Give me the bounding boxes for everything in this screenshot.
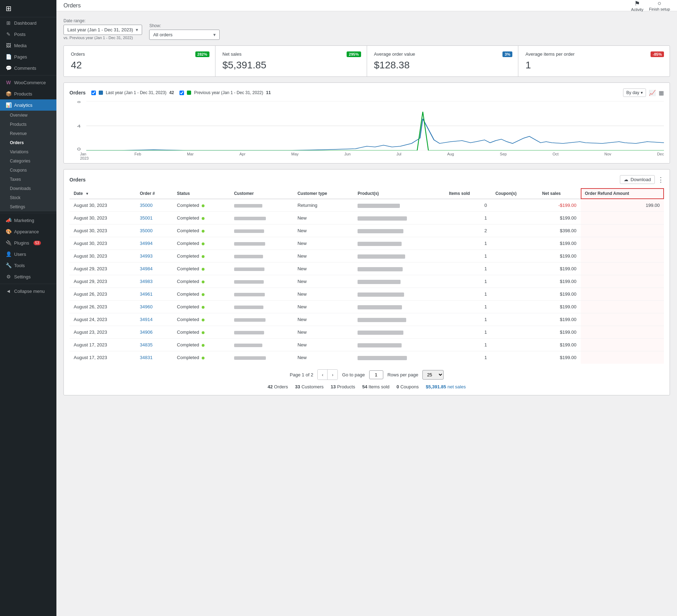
rows-per-page-select[interactable]: 25 50 100 [422, 370, 444, 380]
chart-legend-checkbox-1[interactable] [91, 91, 96, 95]
goto-label: Go to page [342, 372, 365, 377]
sidebar-item-plugins[interactable]: 🔌 Plugins 53 [0, 237, 56, 248]
order-link[interactable]: 34994 [140, 241, 152, 246]
order-link[interactable]: 34906 [140, 329, 152, 335]
cell-date: August 29, 2023 [69, 275, 135, 288]
sidebar-item-categories[interactable]: Categories [0, 156, 56, 166]
page-input[interactable] [369, 370, 383, 379]
customer-bar [234, 267, 264, 271]
order-link[interactable]: 35000 [140, 228, 152, 233]
status-dot [202, 344, 205, 347]
sidebar-item-appearance[interactable]: 🎨 Appearance [0, 226, 56, 237]
cell-items-sold: 1 [445, 351, 491, 364]
chart-period-select[interactable]: By day ▾ [623, 88, 646, 97]
sidebar-item-collapse[interactable]: ◄ Collapse menu [0, 285, 56, 297]
show-value: All orders [153, 32, 172, 37]
order-link[interactable]: 34835 [140, 342, 152, 347]
sidebar-separator [0, 75, 56, 75]
summary-label-avg-order: Average order value [374, 51, 511, 57]
sidebar-item-users[interactable]: 👤 Users [0, 248, 56, 260]
sidebar-item-products-sub[interactable]: Products [0, 120, 56, 129]
chart-line-icon[interactable]: 📈 [649, 90, 656, 96]
sidebar-item-variations[interactable]: Variations [0, 147, 56, 156]
sidebar-item-overview[interactable]: Overview [0, 111, 56, 120]
cell-status: Completed [173, 199, 230, 212]
plugins-icon: 🔌 [6, 240, 11, 246]
activity-button[interactable]: ⚑ Activity [631, 0, 644, 12]
sidebar-item-stock[interactable]: Stock [0, 193, 56, 202]
page-nav: ‹ › [317, 369, 338, 380]
summary-label-net-sales: Net sales [222, 51, 360, 57]
sidebar-item-taxes[interactable]: Taxes [0, 175, 56, 184]
col-header-date[interactable]: Date ▼ [69, 188, 135, 199]
sidebar-item-dashboard[interactable]: ⊞ Dashboard [0, 17, 56, 29]
order-link[interactable]: 34914 [140, 317, 152, 322]
order-link[interactable]: 34960 [140, 304, 152, 309]
product-bar [358, 331, 403, 335]
show-select[interactable]: All orders ▾ [149, 30, 220, 40]
date-range-sublabel: vs. Previous year (Jan 1 - Dec 31, 2022) [63, 36, 142, 40]
sidebar-item-marketing[interactable]: 📣 Marketing [0, 215, 56, 226]
chart-title: Orders [69, 90, 86, 96]
table-row: August 26, 2023 34961 Completed New 1 $1… [69, 288, 664, 301]
date-range-select[interactable]: Last year (Jan 1 - Dec 31, 2023) ▾ [63, 25, 142, 35]
cell-date: August 30, 2023 [69, 237, 135, 250]
more-options-button[interactable]: ⋮ [658, 176, 664, 184]
sidebar-item-comments[interactable]: 💬 Comments [0, 62, 56, 74]
sidebar-item-media[interactable]: 🖼 Media [0, 40, 56, 51]
finish-setup-button[interactable]: ○ Finish setup [649, 0, 670, 11]
order-link[interactable]: 34993 [140, 253, 152, 259]
cell-items-sold: 1 [445, 288, 491, 301]
net-sales-link[interactable]: $5,391.85 net sales [426, 384, 466, 389]
product-bar [358, 254, 405, 259]
cell-net-sales: $199.00 [538, 301, 581, 313]
next-page-button[interactable]: › [328, 370, 337, 380]
sidebar-item-downloads[interactable]: Downloads [0, 184, 56, 193]
cell-order: 34993 [135, 250, 172, 263]
order-link[interactable]: 35001 [140, 215, 152, 221]
sidebar-item-orders[interactable]: Orders [0, 138, 56, 147]
sidebar-item-products[interactable]: 📦 Products [0, 88, 56, 99]
cell-status: Completed [173, 250, 230, 263]
download-button[interactable]: ☁ Download [620, 175, 655, 184]
order-link[interactable]: 34831 [140, 355, 152, 360]
sidebar-item-posts[interactable]: ✎ Posts [0, 29, 56, 40]
cell-status: Completed [173, 224, 230, 237]
cell-items-sold: 1 [445, 301, 491, 313]
sidebar-item-pages[interactable]: 📄 Pages [0, 51, 56, 62]
order-link[interactable]: 34983 [140, 279, 152, 284]
sidebar-item-analytics[interactable]: 📊 Analytics [0, 99, 56, 111]
sidebar-item-settings[interactable]: ⚙ Settings [0, 271, 56, 282]
cell-date: August 17, 2023 [69, 351, 135, 364]
order-link[interactable]: 34961 [140, 291, 152, 297]
chart-legend-checkbox-2[interactable] [179, 91, 184, 95]
prev-page-button[interactable]: ‹ [318, 370, 328, 380]
summary-label-avg-items: Average items per order [525, 51, 663, 57]
table-row: August 30, 2023 35000 Completed Returnin… [69, 199, 664, 212]
order-link[interactable]: 35000 [140, 203, 152, 208]
cell-products [353, 250, 445, 263]
sidebar-item-settings-sub[interactable]: Settings [0, 202, 56, 211]
customer-bar [234, 229, 264, 233]
summary-cards: Orders 42 282% Net sales $5,391.85 295% … [63, 45, 670, 77]
sidebar-item-woocommerce[interactable]: W WooCommerce [0, 77, 56, 88]
sidebar-item-revenue[interactable]: Revenue [0, 129, 56, 138]
cell-refund: 199.00 [581, 199, 664, 212]
status-dot [202, 331, 205, 334]
sidebar-item-coupons[interactable]: Coupons [0, 166, 56, 175]
table-row: August 23, 2023 34906 Completed New 1 $1… [69, 326, 664, 339]
cell-status: Completed [173, 212, 230, 224]
sidebar-item-tools[interactable]: 🔧 Tools [0, 260, 56, 271]
chart-legend-item-1: Last year (Jan 1 - Dec 31, 2023) 42 [91, 90, 174, 95]
cell-coupons [491, 263, 538, 275]
cell-customer-type: New [293, 275, 354, 288]
cell-customer [230, 326, 293, 339]
order-link[interactable]: 34984 [140, 266, 152, 271]
summary-value-orders: 42 [71, 60, 208, 71]
chart-bar-icon[interactable]: ▦ [659, 90, 664, 96]
cell-items-sold: 1 [445, 237, 491, 250]
status-dot [202, 293, 205, 296]
cell-customer-type: New [293, 301, 354, 313]
table-row: August 17, 2023 34835 Completed New 1 $1… [69, 339, 664, 351]
status-dot [202, 217, 205, 220]
